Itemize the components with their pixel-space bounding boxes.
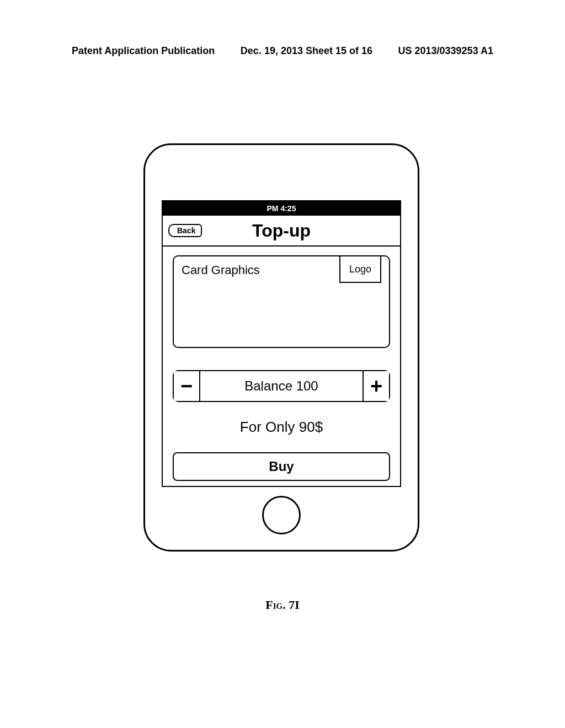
figure-text: Fig. 7I <box>265 598 300 612</box>
decrement-button[interactable]: − <box>174 371 200 401</box>
header-right: US 2013/0339253 A1 <box>398 45 493 57</box>
content-area: Card Graphics Logo − Balance 100 + For O… <box>163 247 400 481</box>
figure-caption: Fig. 7I <box>0 598 565 612</box>
logo-label: Logo <box>349 264 371 275</box>
phone-screen: PM 4:25 Back Top-up Card Graphics Logo −… <box>162 200 401 487</box>
page-header: Patent Application Publication Dec. 19, … <box>0 45 565 57</box>
plus-icon: + <box>370 374 382 398</box>
balance-stepper: − Balance 100 + <box>173 370 390 402</box>
back-label: Back <box>177 226 195 235</box>
status-bar: PM 4:25 <box>163 201 400 216</box>
card-label: Card Graphics <box>182 263 260 277</box>
logo-box: Logo <box>339 256 381 283</box>
header-left: Patent Application Publication <box>72 45 215 57</box>
home-button[interactable] <box>262 496 301 534</box>
price-label: For Only 90$ <box>173 419 390 436</box>
buy-button[interactable]: Buy <box>173 452 390 481</box>
buy-label: Buy <box>269 459 294 474</box>
balance-value: Balance 100 <box>200 371 363 401</box>
phone-device: PM 4:25 Back Top-up Card Graphics Logo −… <box>143 143 419 552</box>
status-time: PM 4:25 <box>267 204 296 213</box>
back-button[interactable]: Back <box>168 224 202 237</box>
minus-icon: − <box>180 374 193 398</box>
header-center: Dec. 19, 2013 Sheet 15 of 16 <box>241 45 372 57</box>
card-graphic: Card Graphics Logo <box>173 255 390 348</box>
increment-button[interactable]: + <box>363 371 389 401</box>
nav-bar: Back Top-up <box>163 216 400 247</box>
